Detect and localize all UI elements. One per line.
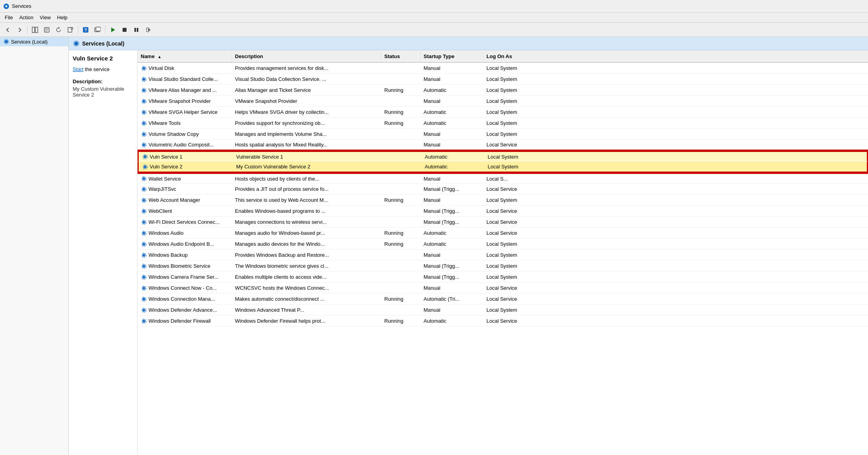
help-button[interactable]: ? <box>80 24 91 35</box>
table-row[interactable]: Volumetric Audio Composit... Hosts spati… <box>138 140 868 151</box>
service-gear-icon <box>141 219 147 225</box>
table-row[interactable]: Windows Connect Now - Co... WCNCSVC host… <box>138 283 868 294</box>
service-name: Windows Biometric Service <box>149 263 211 269</box>
table-area: Name ▲ Description Status Startup Type L… <box>138 50 868 455</box>
table-row[interactable]: Windows Defender Advance... Windows Adva… <box>138 305 868 316</box>
start-service-button[interactable] <box>107 24 118 35</box>
stop-service-button[interactable] <box>119 24 130 35</box>
service-status: Running <box>381 240 420 248</box>
col-header-status[interactable]: Status <box>381 52 420 61</box>
service-logon: Local Service <box>483 284 546 292</box>
forward-button[interactable] <box>14 24 25 35</box>
service-startup: Manual <box>420 64 483 72</box>
content-area: Services (Local) Vuln Service 2 Start th… <box>69 37 868 455</box>
table-row[interactable]: Vuln Service 1 Vulnerable Service 1 Auto… <box>138 151 868 162</box>
col-header-startup[interactable]: Startup Type <box>420 52 483 61</box>
service-status <box>381 188 420 190</box>
service-status: Running <box>381 317 420 325</box>
pause-service-button[interactable] <box>131 24 142 35</box>
service-gear-icon <box>141 274 147 280</box>
properties-button[interactable] <box>41 24 52 35</box>
col-header-logon[interactable]: Log On As <box>483 52 546 61</box>
table-row[interactable]: Windows Audio Endpoint B... Manages audi… <box>138 239 868 250</box>
table-row[interactable]: Web Account Manager This service is used… <box>138 195 868 206</box>
table-row[interactable]: VMware Alias Manager and ... Alias Manag… <box>138 85 868 96</box>
svg-rect-2 <box>35 27 38 33</box>
service-name-cell: Windows Connection Mana... <box>138 295 232 303</box>
sidebar-item-services-local[interactable]: Services (Local) <box>0 37 68 46</box>
table-row[interactable]: WebClient Enables Windows-based programs… <box>138 206 868 217</box>
service-description: Manages audio for Windows-based pr... <box>232 229 381 237</box>
menu-view[interactable]: View <box>37 14 54 21</box>
table-row[interactable]: Windows Backup Provides Windows Backup a… <box>138 250 868 261</box>
service-startup: Automatic <box>422 163 484 171</box>
service-startup: Manual <box>420 97 483 105</box>
table-row[interactable]: Visual Studio Standard Colle... Visual S… <box>138 74 868 85</box>
service-gear-icon <box>141 120 147 126</box>
service-startup: Automatic (Tri... <box>420 295 483 303</box>
table-row[interactable]: Vuln Service 2 My Custom Vulnerable Serv… <box>138 162 868 173</box>
svg-rect-9 <box>71 27 73 29</box>
service-description: The Windows biometric service gives cl..… <box>232 262 381 270</box>
table-row[interactable]: VMware Snapshot Provider VMware Snapshot… <box>138 96 868 107</box>
new-window-button[interactable] <box>92 24 103 35</box>
service-action-text: Start the service <box>73 66 133 72</box>
title-bar: Services <box>0 0 868 13</box>
show-hide-button[interactable] <box>29 24 40 35</box>
col-header-name[interactable]: Name ▲ <box>138 52 232 61</box>
refresh-button[interactable] <box>53 24 64 35</box>
service-logon: Local System <box>484 153 547 161</box>
table-row[interactable]: Windows Connection Mana... Makes automat… <box>138 294 868 305</box>
menu-help[interactable]: Help <box>54 14 71 21</box>
service-name: VMware SVGA Helper Service <box>149 109 218 115</box>
back-button[interactable] <box>2 24 13 35</box>
service-status <box>381 254 420 256</box>
menu-action[interactable]: Action <box>16 14 37 21</box>
service-status <box>381 133 420 135</box>
table-row[interactable]: Wi-Fi Direct Services Connec... Manages … <box>138 217 868 228</box>
table-row[interactable]: Windows Camera Frame Ser... Enables mult… <box>138 272 868 283</box>
service-logon: Local System <box>483 108 546 116</box>
service-name-cell: VMware Alias Manager and ... <box>138 86 232 95</box>
table-row[interactable]: Virtual Disk Provides management service… <box>138 63 868 74</box>
service-logon: Local System <box>483 64 546 72</box>
app-icon <box>3 3 9 9</box>
table-row[interactable]: Windows Audio Manages audio for Windows-… <box>138 228 868 239</box>
service-description: Provides Windows Backup and Restore... <box>232 251 381 259</box>
service-name: Windows Backup <box>149 252 188 258</box>
service-status <box>381 309 420 311</box>
service-description: Provides a JIT out of process service fo… <box>232 185 381 193</box>
service-name: Windows Camera Frame Ser... <box>149 274 218 280</box>
table-row[interactable]: Volume Shadow Copy Manages and implement… <box>138 129 868 140</box>
service-startup: Manual <box>420 306 483 314</box>
table-row[interactable]: VMware SVGA Helper Service Helps VMware … <box>138 107 868 118</box>
service-gear-icon <box>141 98 147 104</box>
service-name-cell: Windows Defender Advance... <box>138 306 232 314</box>
service-description: WCNCSVC hosts the Windows Connec... <box>232 284 381 292</box>
restart-service-button[interactable] <box>143 24 154 35</box>
table-row[interactable]: VMware Tools Provides support for synchr… <box>138 118 868 129</box>
service-status <box>382 155 422 158</box>
service-status: Running <box>381 108 420 116</box>
table-row[interactable]: Wallet Service Hosts objects used by cli… <box>138 173 868 184</box>
service-name: Web Account Manager <box>149 197 200 203</box>
export-button[interactable] <box>65 24 76 35</box>
service-description: Windows Advanced Threat P... <box>232 306 381 314</box>
service-startup: Manual <box>420 196 483 204</box>
table-row[interactable]: Windows Defender Firewall Windows Defend… <box>138 316 868 327</box>
menu-file[interactable]: File <box>2 14 16 21</box>
service-name: Windows Connection Mana... <box>149 296 215 302</box>
service-rows-container: Virtual Disk Provides management service… <box>138 63 868 327</box>
table-row[interactable]: WarpJITSvc Provides a JIT out of process… <box>138 184 868 195</box>
service-description: Visual Studio Data Collection Service. .… <box>232 75 381 83</box>
service-description: Manages and implements Volume Sha... <box>232 130 381 138</box>
svg-point-23 <box>74 42 78 46</box>
service-gear-icon <box>141 285 147 291</box>
service-name-cell: WarpJITSvc <box>138 185 232 194</box>
service-name: Windows Defender Advance... <box>149 307 217 313</box>
col-header-description[interactable]: Description <box>232 52 381 61</box>
start-service-link[interactable]: Start <box>73 66 83 72</box>
service-gear-icon <box>141 131 147 137</box>
table-row[interactable]: Windows Biometric Service The Windows bi… <box>138 261 868 272</box>
service-name-cell: VMware Snapshot Provider <box>138 97 232 106</box>
